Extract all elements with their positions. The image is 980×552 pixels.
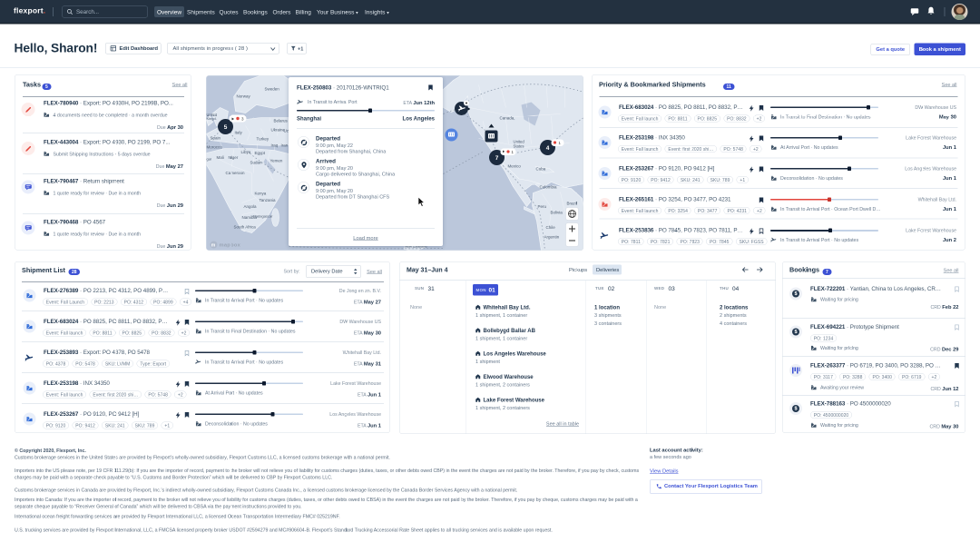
svg-text:Bolivia: Bolivia — [551, 211, 564, 215]
svg-text:m: m — [211, 242, 216, 248]
svg-text:Yemen: Yemen — [270, 159, 283, 163]
svg-text:Belarus: Belarus — [274, 119, 289, 123]
svg-text:Turkey: Turkey — [257, 137, 270, 142]
svg-text:Sweden: Sweden — [265, 87, 280, 92]
svg-text:Iran: Iran — [281, 143, 289, 148]
svg-text:Peru: Peru — [538, 204, 547, 209]
svg-text:Cameroon: Cameroon — [226, 171, 246, 175]
svg-text:Niger: Niger — [229, 155, 239, 160]
svg-text:Iraq: Iraq — [271, 143, 279, 148]
svg-text:Mali: Mali — [217, 155, 224, 160]
svg-text:Egypt: Egypt — [255, 151, 266, 155]
svg-text:Colombia: Colombia — [540, 185, 558, 190]
svg-text:Kenya: Kenya — [255, 192, 267, 196]
svg-text:5: 5 — [224, 123, 228, 130]
svg-text:Kingd.: Kingd. — [207, 116, 217, 121]
svg-text:Brazil: Brazil — [567, 202, 577, 206]
svg-text:Angola: Angola — [244, 204, 258, 209]
svg-text:7: 7 — [495, 154, 499, 161]
svg-text:Spain: Spain — [211, 136, 221, 141]
svg-text:gal: gal — [207, 157, 211, 162]
svg-text:Chile: Chile — [546, 225, 556, 230]
svg-text:Madagascar: Madagascar — [253, 214, 274, 219]
svg-text:Morocco: Morocco — [207, 145, 223, 150]
svg-text:Italy: Italy — [235, 131, 243, 135]
svg-text:Libya: Libya — [241, 150, 251, 154]
svg-text:Argentin: Argentin — [544, 235, 560, 240]
svg-text:South Africa: South Africa — [234, 225, 257, 230]
svg-text:Norway: Norway — [237, 94, 251, 99]
svg-text:Tanzania: Tanzania — [260, 198, 277, 202]
svg-text:Canada,: Canada, — [500, 116, 515, 121]
svg-text:Cuba: Cuba — [536, 167, 546, 172]
svg-text:States: States — [514, 144, 524, 149]
svg-text:mapbox: mapbox — [220, 242, 241, 248]
svg-text:4: 4 — [546, 144, 550, 151]
svg-text:Mexico: Mexico — [508, 164, 522, 169]
svg-text:Sudan: Sudan — [250, 161, 263, 165]
